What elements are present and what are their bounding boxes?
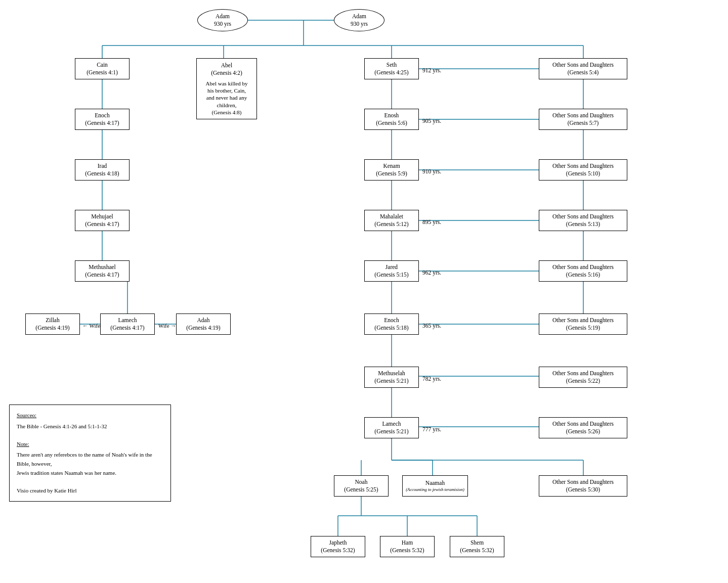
other-sons-methuselah-node: Other Sons and Daughters(Genesis 5:22) xyxy=(539,367,627,388)
seth-node: Seth(Genesis 4:25) xyxy=(364,58,419,79)
visio-credit: Visio created by Katie Hirl xyxy=(17,486,163,496)
lamech-seth-node: Lamech(Genesis 5:21) xyxy=(364,417,419,438)
wife-label-left: ← Wife xyxy=(82,323,100,329)
source-box: Sourceo: The Bible - Genesis 4:1-26 and … xyxy=(9,405,171,502)
age-962: 962 yrs. xyxy=(422,270,441,276)
adam1-node: Adam 930 yrs xyxy=(197,9,248,31)
age-905: 905 yrs. xyxy=(422,118,441,124)
other-sons-lamech-seth-node: Other Sons and Daughters(Genesis 5:26) xyxy=(539,417,627,438)
age-782: 782 yrs. xyxy=(422,376,441,382)
other-sons-mahalalet-node: Other Sons and Daughters(Genesis 5:13) xyxy=(539,210,627,231)
mahalalet-node: Mahalalet(Genesis 5:12) xyxy=(364,210,419,231)
age-365: 365 yrs. xyxy=(422,323,441,329)
naamah-node: Naamah (Accounting to jewish teramision) xyxy=(402,475,468,497)
age-777: 777 yrs. xyxy=(422,426,441,432)
cain-node: Cain(Genesis 4:1) xyxy=(75,58,130,79)
note-text: There aren't any referebces to the name … xyxy=(17,451,163,477)
age-912: 912 yrs. xyxy=(422,67,441,73)
source-text: The Bible - Genesis 4:1-26 and 5:1-1-32 xyxy=(17,422,163,431)
shem-node: Shem(Genesis 5:32) xyxy=(450,536,504,557)
enoch-seth-node: Enoch(Genesis 5:18) xyxy=(364,313,419,335)
source-title: Sourceo: xyxy=(17,412,36,418)
enoch-cain-node: Enoch(Genesis 4:17) xyxy=(75,109,130,130)
abel-node: Abel(Genesis 4:2) Abel was killed byhis … xyxy=(196,58,257,119)
age-895: 895 yrs. xyxy=(422,219,441,225)
jared-node: Jared(Genesis 5:15) xyxy=(364,260,419,282)
other-sons-seth-node: Other Sons and Daughters(Genesis 5:4) xyxy=(539,58,627,79)
adah-node: Adah(Genesis 4:19) xyxy=(176,313,231,335)
wife-label-right: Wife → xyxy=(158,323,176,329)
noah-node: Noah(Genesis 5:25) xyxy=(334,475,389,497)
note-title: Note: xyxy=(17,441,29,447)
other-sons-enoch-node: Other Sons and Daughters(Genesis 5:19) xyxy=(539,313,627,335)
ham-node: Ham(Genesis 5:32) xyxy=(380,536,435,557)
irad-node: Irad(Genesis 4:18) xyxy=(75,159,130,181)
other-sons-enosh-node: Other Sons and Daughters(Genesis 5:7) xyxy=(539,109,627,130)
enosh-node: Enosh(Genesis 5:6) xyxy=(364,109,419,130)
methushael-node: Methushael(Genesis 4:17) xyxy=(75,260,130,282)
other-sons-noah-node: Other Sons and Daughters(Genesis 5:30) xyxy=(539,475,627,497)
adam2-node: Adam 930 yrs xyxy=(334,9,384,31)
zillah-node: Zillah(Genesis 4:19) xyxy=(25,313,80,335)
other-sons-kenam-node: Other Sons and Daughters(Genesis 5:10) xyxy=(539,159,627,181)
mehujael-node: Mehujael(Genesis 4:17) xyxy=(75,210,130,231)
kenam-node: Kenam(Genesis 5:9) xyxy=(364,159,419,181)
japheth-node: Japheth(Genesis 5:32) xyxy=(311,536,365,557)
diagram-container: Adam 930 yrs Adam 930 yrs Cain(Genesis 4… xyxy=(0,0,728,583)
lamech-cain-node: Lamech(Genesis 4:17) xyxy=(100,313,155,335)
other-sons-jared-node: Other Sons and Daughters(Genesis 5:16) xyxy=(539,260,627,282)
age-910: 910 yrs. xyxy=(422,168,441,174)
methuselah-node: Methuselah(Genesis 5:21) xyxy=(364,367,419,388)
